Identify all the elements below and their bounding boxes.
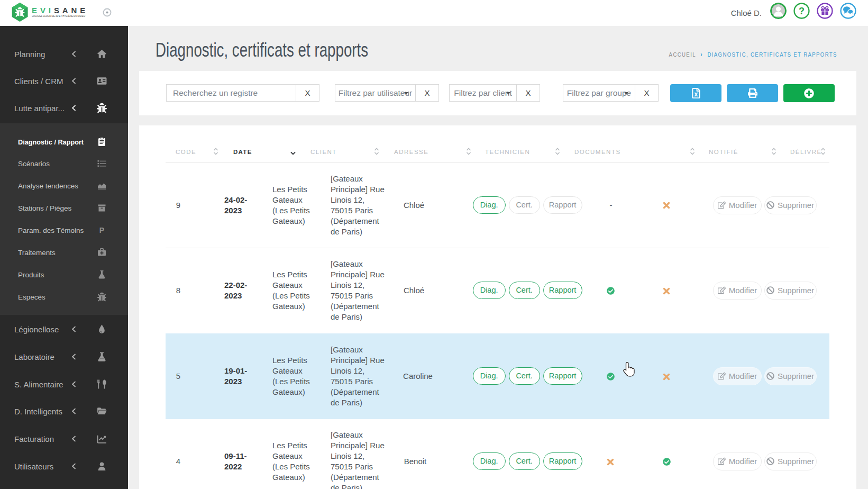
svg-text:P: P xyxy=(99,226,104,234)
svg-text:?: ? xyxy=(799,6,805,16)
